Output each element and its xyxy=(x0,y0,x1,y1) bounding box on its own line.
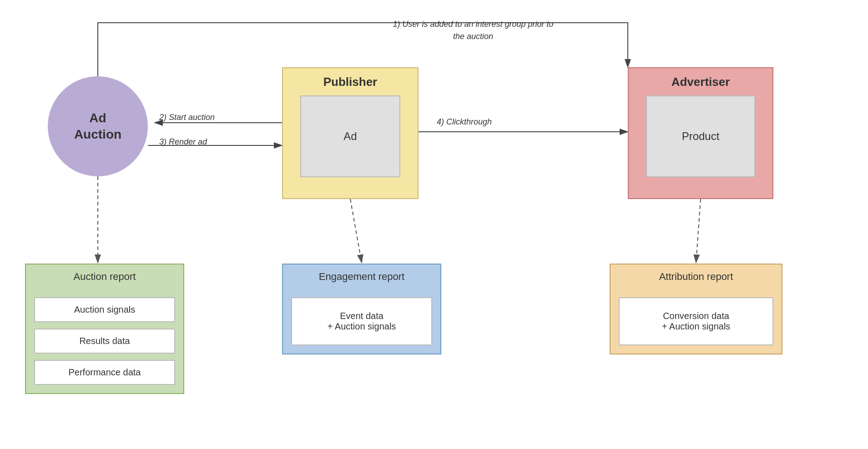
advertiser-title: Advertiser xyxy=(671,75,730,89)
engagement-report-title: Engagement report xyxy=(283,264,440,289)
advertiser-inner-label: Product xyxy=(682,130,720,143)
advertiser-inner-box: Product xyxy=(646,95,755,177)
engagement-report: Engagement report Event data+ Auction si… xyxy=(282,264,441,354)
auction-report-body: Auction signals Results data Performance… xyxy=(26,289,183,393)
auction-report: Auction report Auction signals Results d… xyxy=(25,264,184,394)
publisher-inner-label: Ad xyxy=(343,130,357,143)
attribution-report: Attribution report Conversion data+ Auct… xyxy=(610,264,782,354)
performance-data-item: Performance data xyxy=(34,360,175,385)
diagram-container: 1) User is added to an interest group pr… xyxy=(0,0,868,449)
ad-auction-node: AdAuction xyxy=(48,76,148,176)
svg-line-7 xyxy=(696,199,701,263)
results-data-item: Results data xyxy=(34,329,175,354)
render-ad-label: 3) Render ad xyxy=(159,137,207,147)
publisher-inner-box: Ad xyxy=(300,95,400,177)
advertiser-box: Advertiser Product xyxy=(628,67,773,199)
publisher-box: Publisher Ad xyxy=(282,67,419,199)
attribution-report-title: Attribution report xyxy=(611,264,782,289)
auction-report-title: Auction report xyxy=(26,264,183,289)
attribution-report-body: Conversion data+ Auction signals xyxy=(611,289,782,354)
start-auction-label: 2) Start auction xyxy=(159,113,215,122)
conversion-data-item: Conversion data+ Auction signals xyxy=(619,297,773,345)
engagement-report-body: Event data+ Auction signals xyxy=(283,289,440,354)
event-data-item: Event data+ Auction signals xyxy=(291,297,432,345)
auction-signals-item: Auction signals xyxy=(34,297,175,322)
ad-auction-label: AdAuction xyxy=(74,110,121,143)
interest-group-note: 1) User is added to an interest group pr… xyxy=(391,18,555,43)
svg-line-6 xyxy=(350,199,362,263)
clickthrough-label: 4) Clickthrough xyxy=(437,117,492,127)
publisher-title: Publisher xyxy=(323,75,377,89)
